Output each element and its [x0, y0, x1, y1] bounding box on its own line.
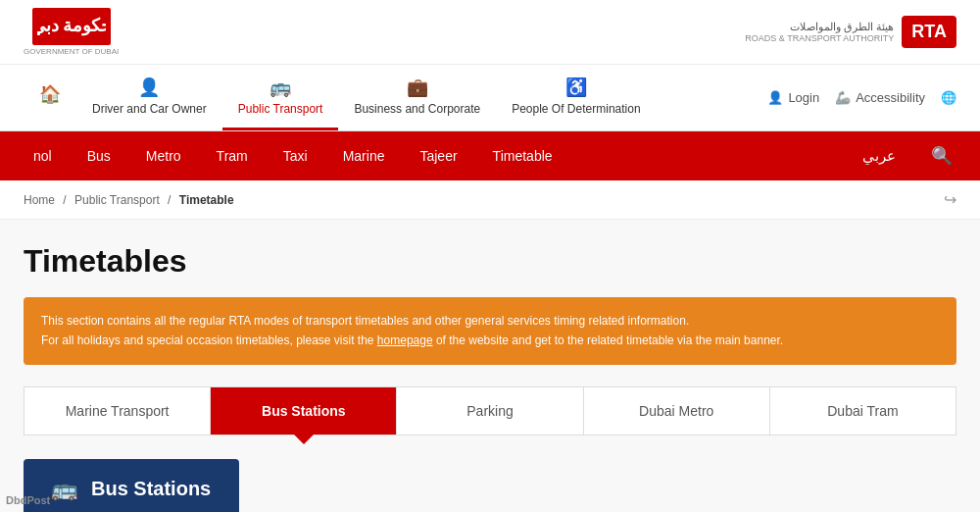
- nav-driver-label: Driver and Car Owner: [92, 102, 207, 116]
- nav-driver-car-owner[interactable]: 👤 Driver and Car Owner: [76, 65, 222, 130]
- tab-parking[interactable]: Parking: [397, 387, 583, 435]
- tab-buttons: Marine Transport Bus Stations Parking Du…: [24, 386, 956, 435]
- nav-people-determination[interactable]: ♿ People Of Determination: [496, 65, 656, 130]
- login-label: Login: [788, 90, 819, 105]
- breadcrumb-sep-2: /: [168, 193, 171, 207]
- tab-dubai-tram[interactable]: Dubai Tram: [770, 387, 956, 435]
- page-title: Timetables: [24, 243, 956, 280]
- transport-icon: 🚌: [270, 77, 291, 98]
- nav-right-section: 👤 Login 🦾 Accessibility 🌐: [767, 90, 956, 105]
- info-text-after-link: of the website and get to the related ti…: [436, 333, 783, 347]
- tab-bus-stations[interactable]: Bus Stations: [211, 387, 397, 435]
- gov-logo-image: حكومة دبي: [32, 8, 111, 45]
- breadcrumb-bar: Home / Public Transport / Timetable ↪: [0, 180, 980, 220]
- gov-logo-text: GOVERNMENT OF DUBAI: [24, 47, 119, 56]
- bus-stations-label: Bus Stations: [91, 478, 211, 500]
- sub-nav-right: عربي 🔍: [847, 131, 964, 180]
- breadcrumb-sep-1: /: [63, 193, 66, 207]
- nav-home[interactable]: 🏠: [24, 72, 76, 124]
- breadcrumb-home[interactable]: Home: [24, 193, 55, 207]
- watermark: DbdPost: [6, 494, 50, 506]
- gov-logo: حكومة دبي GOVERNMENT OF DUBAI: [24, 8, 119, 56]
- breadcrumb: Home / Public Transport / Timetable: [24, 193, 234, 207]
- nav-nol[interactable]: nol: [16, 134, 70, 178]
- arabic-language-button[interactable]: عربي: [847, 133, 911, 179]
- business-icon: 💼: [407, 77, 428, 98]
- nav-business-label: Business and Corporate: [354, 102, 480, 116]
- nav-tajeer[interactable]: Tajeer: [402, 134, 474, 178]
- search-button[interactable]: 🔍: [919, 131, 964, 180]
- nav-business-corporate[interactable]: 💼 Business and Corporate: [338, 65, 496, 130]
- sub-nav: nol Bus Metro Tram Taxi Marine Tajeer Ti…: [0, 131, 980, 180]
- accessibility-nav-icon: 🦾: [835, 90, 851, 105]
- nav-taxi[interactable]: Taxi: [266, 134, 325, 178]
- accessibility-button[interactable]: 🦾 Accessibility: [835, 90, 925, 105]
- nav-transport-label: Public Transport: [238, 102, 323, 116]
- rta-badge: RTA: [902, 16, 956, 48]
- tab-marine-transport[interactable]: Marine Transport: [24, 387, 211, 435]
- tab-dubai-metro[interactable]: Dubai Metro: [584, 387, 770, 435]
- info-box: This section contains all the regular RT…: [24, 297, 956, 365]
- nav-people-label: People Of Determination: [512, 102, 640, 116]
- breadcrumb-public-transport[interactable]: Public Transport: [74, 193, 160, 207]
- login-icon: 👤: [767, 90, 783, 105]
- share-button[interactable]: ↪: [944, 190, 956, 209]
- svg-text:حكومة دبي: حكومة دبي: [37, 16, 106, 36]
- language-button[interactable]: 🌐: [941, 90, 956, 105]
- info-text-before-link: For all holidays and special occasion ti…: [41, 333, 374, 347]
- nav-metro[interactable]: Metro: [128, 134, 199, 178]
- info-homepage-link[interactable]: homepage: [377, 333, 433, 347]
- main-content: Timetables This section contains all the…: [0, 220, 980, 512]
- driver-icon: 👤: [138, 77, 160, 98]
- header-top: حكومة دبي GOVERNMENT OF DUBAI هيئة الطرق…: [0, 0, 980, 65]
- rta-logo: هيئة الطرق والمواصلات ROADS & TRANSPORT …: [745, 16, 956, 48]
- accessibility-label: Accessibility: [856, 90, 925, 105]
- info-text-line2: For all holidays and special occasion ti…: [41, 331, 939, 350]
- rta-arabic-label: هيئة الطرق والمواصلات: [745, 21, 894, 33]
- nav-public-transport[interactable]: 🚌 Public Transport: [222, 65, 339, 130]
- accessibility-icon: ♿: [565, 77, 587, 98]
- info-text-line1: This section contains all the regular RT…: [41, 311, 939, 331]
- bus-icon: 🚌: [51, 477, 77, 502]
- globe-icon: 🌐: [941, 90, 956, 105]
- nav-timetable[interactable]: Timetable: [475, 134, 570, 178]
- nav-bus[interactable]: Bus: [70, 134, 128, 178]
- rta-english-label: ROADS & TRANSPORT AUTHORITY: [745, 33, 894, 43]
- nav-tram[interactable]: Tram: [199, 134, 266, 178]
- bus-stations-card[interactable]: 🚌 Bus Stations: [24, 459, 239, 512]
- login-button[interactable]: 👤 Login: [767, 90, 819, 105]
- home-icon: 🏠: [39, 83, 61, 105]
- main-nav: 🏠 👤 Driver and Car Owner 🚌 Public Transp…: [0, 65, 980, 131]
- nav-marine[interactable]: Marine: [325, 134, 403, 178]
- breadcrumb-current: Timetable: [179, 193, 234, 207]
